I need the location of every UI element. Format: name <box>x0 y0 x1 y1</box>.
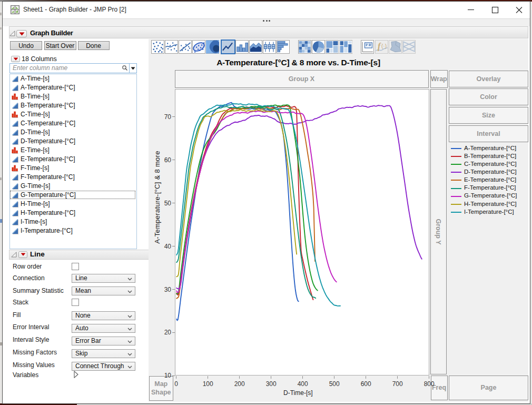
svg-text:(·): (·) <box>381 43 387 49</box>
svg-text:f: f <box>378 42 381 51</box>
